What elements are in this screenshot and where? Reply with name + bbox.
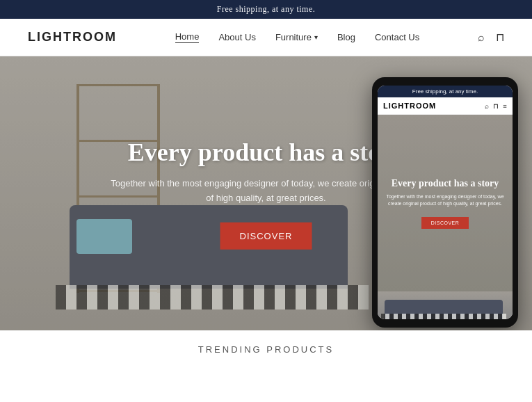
phone-hero-subtitle: Together with the most engaging designer… bbox=[385, 193, 506, 208]
phone-hero-title: Every product has a story bbox=[385, 178, 506, 189]
phone-cart-icon: ⊓ bbox=[493, 102, 499, 110]
nav-contact-us[interactable]: Contact Us bbox=[375, 32, 419, 42]
header: LIGHTROOM Home About Us Furniture ▾ Blog… bbox=[0, 19, 532, 56]
phone-header-icons: ⌕ ⊓ ≡ bbox=[485, 102, 507, 110]
nav-furniture[interactable]: Furniture ▾ bbox=[275, 32, 318, 42]
phone-menu-icon: ≡ bbox=[503, 102, 507, 110]
phone-screen: Free shipping, at any time. LIGHTROOM ⌕ … bbox=[378, 86, 513, 319]
cart-icon[interactable]: ⊓ bbox=[496, 31, 504, 44]
trending-section: TRENDING PRODUCTS bbox=[0, 330, 532, 372]
phone-mockup: Free shipping, at any time. LIGHTROOM ⌕ … bbox=[372, 77, 518, 328]
phone-discover-button[interactable]: DISCOVER bbox=[421, 217, 469, 229]
phone-rug bbox=[381, 314, 506, 319]
phone-banner: Free shipping, at any time. bbox=[378, 86, 513, 97]
search-icon[interactable]: ⌕ bbox=[478, 31, 485, 44]
nav-blog[interactable]: Blog bbox=[337, 32, 355, 42]
phone-header: LIGHTROOM ⌕ ⊓ ≡ bbox=[378, 97, 513, 115]
main-nav: Home About Us Furniture ▾ Blog Contact U… bbox=[175, 31, 420, 43]
phone-bottom-area bbox=[378, 291, 513, 319]
banner-text: Free shipping, at any time. bbox=[217, 4, 315, 14]
top-banner: Free shipping, at any time. bbox=[0, 0, 532, 19]
nav-about-us[interactable]: About Us bbox=[218, 32, 255, 42]
phone-hero-content: Every product has a story Together with … bbox=[385, 178, 506, 229]
header-icons: ⌕ ⊓ bbox=[478, 31, 504, 44]
phone-logo: LIGHTROOM bbox=[383, 102, 436, 110]
nav-home[interactable]: Home bbox=[175, 31, 200, 43]
discover-button[interactable]: DISCOVER bbox=[220, 222, 312, 249]
chevron-down-icon: ▾ bbox=[314, 33, 318, 41]
logo[interactable]: LIGHTROOM bbox=[28, 30, 117, 45]
trending-title: TRENDING PRODUCTS bbox=[0, 344, 532, 355]
phone-hero: Every product has a story Together with … bbox=[378, 115, 513, 291]
hero-section: Every product has a story Together with … bbox=[0, 56, 532, 330]
phone-search-icon: ⌕ bbox=[485, 102, 489, 110]
